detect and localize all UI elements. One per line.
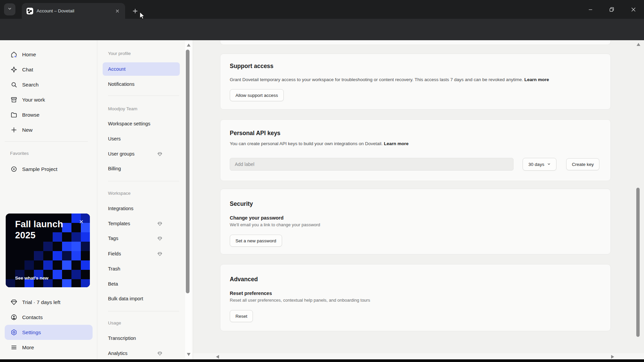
sidebar-item-label: Home: [22, 52, 36, 58]
sidebar-item-more[interactable]: More: [5, 340, 93, 355]
favorites-heading: Favorites: [10, 151, 29, 156]
sidebar-item-label: Browse: [22, 112, 40, 118]
scroll-right-icon[interactable]: [611, 355, 614, 359]
nav-item-notifications[interactable]: Notifications: [103, 77, 180, 91]
sidebar-item-home[interactable]: Home: [5, 47, 93, 62]
gem-icon: [157, 236, 162, 241]
gem-icon: [10, 299, 17, 306]
sidebar-item-label: Contacts: [22, 314, 43, 320]
main-scrollbar-thumb[interactable]: [636, 188, 640, 337]
expiry-select[interactable]: 30 days: [523, 158, 556, 171]
sidebar-divider: [5, 141, 88, 142]
screen: Account – Dovetail: [0, 0, 644, 362]
scroll-up-icon[interactable]: [637, 43, 640, 46]
sidebar-item-label: Your work: [22, 97, 45, 103]
personal-api-keys-card: Personal API keys You can create persona…: [220, 119, 611, 181]
section-description: You can create personal API keys to buil…: [230, 141, 601, 146]
screen-bottom-edge: [0, 359, 644, 362]
sidebar-item-chat[interactable]: Chat: [5, 62, 93, 77]
sidebar-item-label: Settings: [22, 329, 41, 336]
create-key-button[interactable]: Create key: [566, 158, 599, 170]
sidebar-item-label: Search: [22, 82, 39, 88]
reset-button[interactable]: Reset: [230, 310, 253, 322]
gem-icon: [157, 152, 162, 157]
nav-item-user-groups[interactable]: User groups: [103, 147, 180, 161]
gem-icon: [157, 251, 162, 256]
chevron-down-icon: [547, 162, 551, 167]
sidebar-item-browse[interactable]: Browse: [5, 107, 93, 122]
nav-item-fields[interactable]: Fields: [103, 247, 180, 260]
menu-lines-icon: [10, 344, 17, 351]
sidebar-item-label: Trial · 7 days left: [22, 299, 60, 305]
sparkle-icon: [10, 66, 17, 73]
nav-item-beta[interactable]: Beta: [103, 277, 180, 291]
minimize-button[interactable]: [580, 1, 601, 18]
nav-divider: [108, 181, 179, 181]
sidebar-item-new[interactable]: New: [5, 122, 93, 137]
scroll-down-icon[interactable]: [187, 353, 191, 356]
close-window-button[interactable]: [623, 1, 644, 18]
security-card: Security Change your password We'll emai…: [220, 189, 611, 254]
nav-item-analytics[interactable]: Analytics: [103, 347, 180, 360]
app-window: Home Chat Search Your work Brows: [0, 40, 644, 359]
fall-launch-banner[interactable]: Fall launch 2025 See what's new: [6, 214, 90, 287]
scroll-up-icon[interactable]: [187, 44, 191, 47]
nav-item-account[interactable]: Account: [103, 62, 180, 76]
nav-heading: Workspace: [108, 190, 130, 197]
api-key-label-input[interactable]: [230, 158, 514, 171]
nav-item-trash[interactable]: Trash: [103, 262, 180, 276]
section-title: Advanced: [230, 276, 601, 283]
tab-strip: Account – Dovetail: [0, 0, 644, 19]
nav-item-transcription[interactable]: Transcription: [103, 331, 180, 345]
nav-item-templates[interactable]: Templates: [103, 217, 180, 230]
sidebar-item-contacts[interactable]: Contacts: [5, 310, 93, 325]
mouse-cursor: [139, 11, 147, 21]
subsection-title: Reset preferences: [230, 291, 601, 296]
main-scrollbar[interactable]: [635, 40, 641, 359]
nav-item-integrations[interactable]: Integrations: [103, 202, 180, 215]
person-circle-icon: [10, 314, 17, 321]
search-icon: [10, 81, 17, 88]
section-description: Grant Dovetail temporary access to your …: [230, 77, 601, 82]
nav-scrollbar-thumb[interactable]: [186, 50, 190, 293]
sidebar-item-your-work[interactable]: Your work: [5, 92, 93, 107]
sidebar-item-search[interactable]: Search: [5, 77, 93, 92]
nav-item-billing[interactable]: Billing: [103, 162, 180, 175]
sidebar-item-sample-project[interactable]: Sample Project: [5, 162, 93, 177]
subsection-title: Change your password: [230, 215, 601, 221]
horizontal-scrollbar[interactable]: [193, 353, 644, 359]
window-controls: [580, 0, 644, 19]
app-sidebar: Home Chat Search Your work Brows: [0, 40, 97, 359]
learn-more-link[interactable]: Learn more: [524, 77, 549, 82]
nav-item-bulk-data-import[interactable]: Bulk data import: [103, 292, 180, 305]
previous-card-edge: [220, 40, 611, 45]
gem-icon: [157, 221, 162, 226]
banner-title: Fall launch 2025: [15, 219, 72, 241]
nav-item-workspace-settings[interactable]: Workspace settings: [103, 117, 180, 130]
nav-scrollbar[interactable]: [185, 40, 192, 359]
tab-search-button[interactable]: [4, 3, 15, 15]
home-icon: [10, 51, 17, 58]
sidebar-item-trial[interactable]: Trial · 7 days left: [5, 295, 93, 310]
sidebar-item-label: Sample Project: [22, 166, 57, 172]
learn-more-link[interactable]: Learn more: [384, 141, 409, 146]
sidebar-item-settings[interactable]: Settings: [5, 325, 93, 340]
scroll-left-icon[interactable]: [216, 355, 219, 359]
sidebar-item-label: More: [22, 345, 34, 351]
banner-close-icon[interactable]: [78, 218, 85, 225]
settings-nav: Your profile Account Notifications Moodj…: [97, 40, 193, 359]
nav-divider: [108, 311, 179, 311]
nav-item-users[interactable]: Users: [103, 132, 180, 145]
nav-item-tags[interactable]: Tags: [103, 232, 180, 245]
banner-link[interactable]: See what's new: [15, 276, 48, 281]
tab-close-icon[interactable]: [114, 7, 121, 15]
nav-divider: [108, 96, 179, 96]
restore-button[interactable]: [601, 1, 623, 18]
folder-icon: [10, 111, 17, 118]
settings-main: Support access Grant Dovetail temporary …: [193, 40, 644, 359]
sidebar-item-label: Chat: [22, 67, 33, 73]
browser-tab[interactable]: Account – Dovetail: [22, 3, 125, 19]
allow-support-access-button[interactable]: Allow support access: [230, 89, 284, 101]
advanced-card: Advanced Reset preferences Reset all use…: [220, 264, 611, 331]
set-new-password-button[interactable]: Set a new password: [230, 235, 282, 247]
